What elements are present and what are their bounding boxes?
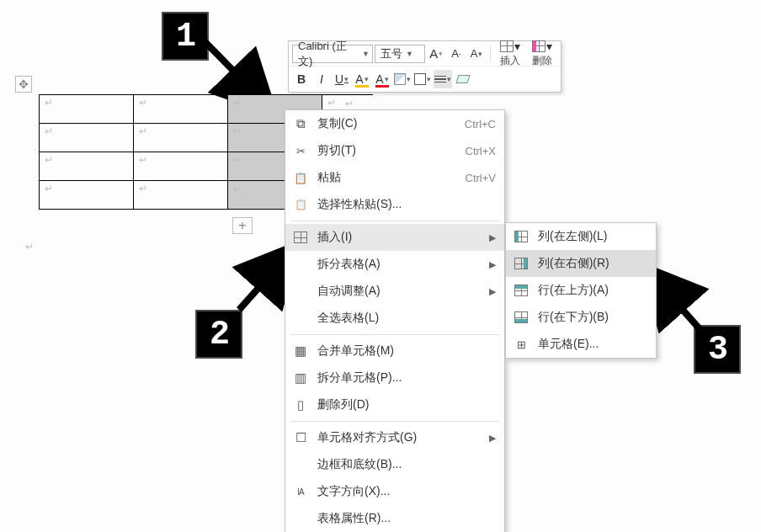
table-cell[interactable]: ↵ xyxy=(134,95,228,124)
menu-item-label: 选择性粘贴(S)... xyxy=(317,197,496,212)
menu-item-label: 全选表格(L) xyxy=(317,311,496,326)
table-cell[interactable]: ↵ xyxy=(40,152,134,181)
menu-item-label: 剪切(T) xyxy=(317,143,457,158)
underline-button[interactable]: U▾ xyxy=(333,70,351,88)
menu-item-label: 拆分表格(A) xyxy=(317,257,481,272)
ico-paste-sp-icon xyxy=(292,196,309,213)
submenu-item-label: 列(在右侧)(R) xyxy=(538,256,647,271)
clear-format-button[interactable]: A▾ xyxy=(467,45,486,63)
font-name-value: Calibri (正文) xyxy=(298,39,359,69)
ico-copy-icon xyxy=(292,115,309,132)
submenu-item[interactable]: 列(在右侧)(R) xyxy=(506,250,656,277)
lines-icon xyxy=(434,76,446,83)
menu-item[interactable]: 粘贴Ctrl+V xyxy=(285,164,504,191)
table-cell[interactable]: ↵ xyxy=(134,124,228,152)
insert-2-icon xyxy=(513,282,530,299)
ico-cut-icon xyxy=(292,142,309,159)
menu-item[interactable]: 拆分单元格(P)... xyxy=(285,364,504,391)
table-cell[interactable]: ↵ xyxy=(134,152,228,181)
align-button[interactable]: ▾ xyxy=(434,70,452,88)
italic-button[interactable]: I xyxy=(312,70,331,88)
menu-item[interactable]: 表格属性(R)... xyxy=(285,505,504,532)
table-icon xyxy=(500,40,514,52)
menu-item[interactable]: 删除列(D) xyxy=(285,391,504,418)
ico-splitcell-icon xyxy=(292,370,309,386)
menu-item[interactable]: 文字方向(X)... xyxy=(285,478,504,505)
menu-item-label: 边框和底纹(B)... xyxy=(317,457,496,472)
table-move-handle[interactable]: ✥ xyxy=(15,76,32,93)
table-cell[interactable]: ↵ xyxy=(40,124,134,152)
table-delete-icon xyxy=(532,40,545,52)
border-icon xyxy=(414,73,426,85)
context-menu: 复制(C)Ctrl+C剪切(T)Ctrl+X粘贴Ctrl+V选择性粘贴(S)..… xyxy=(285,109,505,532)
menu-item-label: 插入(I) xyxy=(317,230,481,245)
shading-button[interactable]: ▾ xyxy=(393,70,412,88)
insert-0-icon xyxy=(513,228,530,245)
menu-item-label: 拆分单元格(P)... xyxy=(317,370,496,386)
table-cell[interactable]: ↵ xyxy=(134,181,228,210)
submenu-item[interactable]: 列(在左侧)(L) xyxy=(506,223,656,250)
ico-textdir-icon xyxy=(292,483,309,500)
eraser-button[interactable] xyxy=(454,70,472,88)
blank-icon xyxy=(292,456,309,473)
menu-item[interactable]: 合并单元格(M) xyxy=(285,338,504,364)
font-name-combo[interactable]: Calibri (正文) ▼ xyxy=(292,45,373,63)
menu-item-label: 合并单元格(M) xyxy=(317,343,496,359)
menu-item-label: 复制(C) xyxy=(317,116,456,131)
table-cell[interactable]: ↵ xyxy=(40,95,134,124)
submenu-item-label: 列(在左侧)(L) xyxy=(538,229,647,244)
menu-item-label: 删除列(D) xyxy=(317,397,496,412)
blank-icon xyxy=(292,283,309,300)
submenu-item-label: 行(在上方)(A) xyxy=(538,283,647,298)
menu-item[interactable]: 自动调整(A)▶ xyxy=(285,278,504,305)
submenu-item-label: 行(在下方)(B) xyxy=(538,310,647,325)
annotation-step-1: 1 xyxy=(162,12,209,61)
chevron-right-icon: ▶ xyxy=(489,433,496,444)
table-cell[interactable]: ↵ xyxy=(40,181,134,210)
delete-group[interactable]: ▾ 删除 xyxy=(527,40,557,68)
annotation-step-3: 3 xyxy=(694,325,741,374)
add-column-button[interactable]: + xyxy=(232,217,253,234)
submenu-item[interactable]: 行(在下方)(B) xyxy=(506,304,656,331)
font-size-combo[interactable]: 五号 ▼ xyxy=(375,45,425,63)
ico-merge-icon xyxy=(292,343,309,359)
menu-item-label: 单元格对齐方式(G) xyxy=(317,430,481,445)
borders-button[interactable]: ▾ xyxy=(413,70,432,88)
bold-button[interactable]: B xyxy=(292,70,311,88)
submenu-item[interactable]: 行(在上方)(A) xyxy=(506,277,656,304)
insert-1-icon xyxy=(513,255,530,272)
chevron-down-icon: ▼ xyxy=(406,50,413,58)
increase-font-button[interactable]: A+ xyxy=(427,45,445,63)
menu-item[interactable]: 拆分表格(A)▶ xyxy=(285,251,504,278)
blank-icon xyxy=(292,256,309,273)
decrease-font-button[interactable]: A- xyxy=(447,45,466,63)
font-color-button[interactable]: A▾ xyxy=(373,70,391,88)
blank-icon xyxy=(292,510,309,527)
highlight-button[interactable]: A▾ xyxy=(353,70,371,88)
blank-icon xyxy=(292,310,309,327)
mini-toolbar: Calibri (正文) ▼ 五号 ▼ A+ A- A▾ ▾ 插入 ▾ 删除 B… xyxy=(288,40,561,93)
menu-item[interactable]: 全选表格(L) xyxy=(285,305,504,332)
insert-label: 插入 xyxy=(500,54,520,68)
insert-4-icon xyxy=(513,336,530,353)
insert-submenu: 列(在左侧)(L)列(在右侧)(R)行(在上方)(A)行(在下方)(B)单元格(… xyxy=(505,222,657,359)
chevron-right-icon: ▶ xyxy=(489,232,496,243)
ico-paste-icon xyxy=(292,169,309,186)
menu-item-shortcut: Ctrl+V xyxy=(466,172,496,184)
menu-item[interactable]: 边框和底纹(B)... xyxy=(285,451,504,478)
chevron-right-icon: ▶ xyxy=(489,286,496,297)
annotation-step-2: 2 xyxy=(195,310,242,359)
chevron-down-icon: ▼ xyxy=(362,50,370,58)
menu-item-label: 自动调整(A) xyxy=(317,284,481,299)
menu-item[interactable]: 选择性粘贴(S)... xyxy=(285,191,504,218)
menu-item-label: 表格属性(R)... xyxy=(317,511,496,526)
menu-item[interactable]: 插入(I)▶ xyxy=(285,224,504,251)
insert-group[interactable]: ▾ 插入 xyxy=(495,40,525,68)
menu-item[interactable]: 单元格对齐方式(G)▶ xyxy=(285,424,504,451)
menu-item-label: 文字方向(X)... xyxy=(317,484,496,499)
menu-item-label: 粘贴 xyxy=(317,170,457,185)
menu-item[interactable]: 剪切(T)Ctrl+X xyxy=(285,137,504,164)
grid-icon-icon xyxy=(292,229,309,246)
menu-item[interactable]: 复制(C)Ctrl+C xyxy=(285,110,504,137)
submenu-item[interactable]: 单元格(E)... xyxy=(506,331,656,358)
